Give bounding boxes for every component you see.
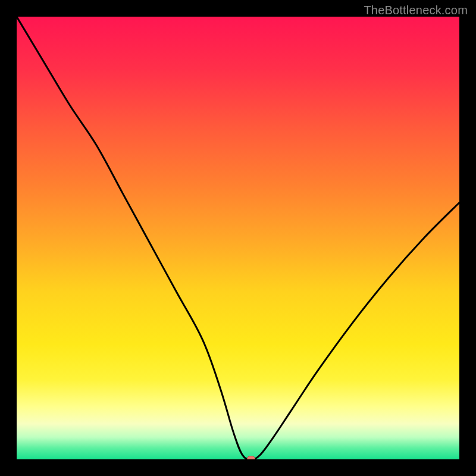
plot-area — [17, 17, 459, 459]
watermark-text: TheBottleneck.com — [364, 4, 468, 17]
bottleneck-curve — [17, 17, 459, 459]
chart-frame: TheBottleneck.com — [0, 0, 476, 476]
optimum-marker — [247, 456, 255, 459]
